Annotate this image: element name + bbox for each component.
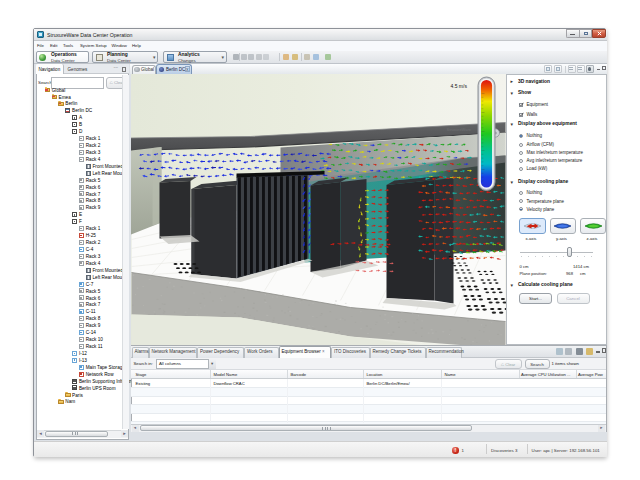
svg-text:4.5 m/s: 4.5 m/s	[450, 83, 467, 89]
svg-text:StruxureWare: StruxureWare	[446, 126, 471, 131]
